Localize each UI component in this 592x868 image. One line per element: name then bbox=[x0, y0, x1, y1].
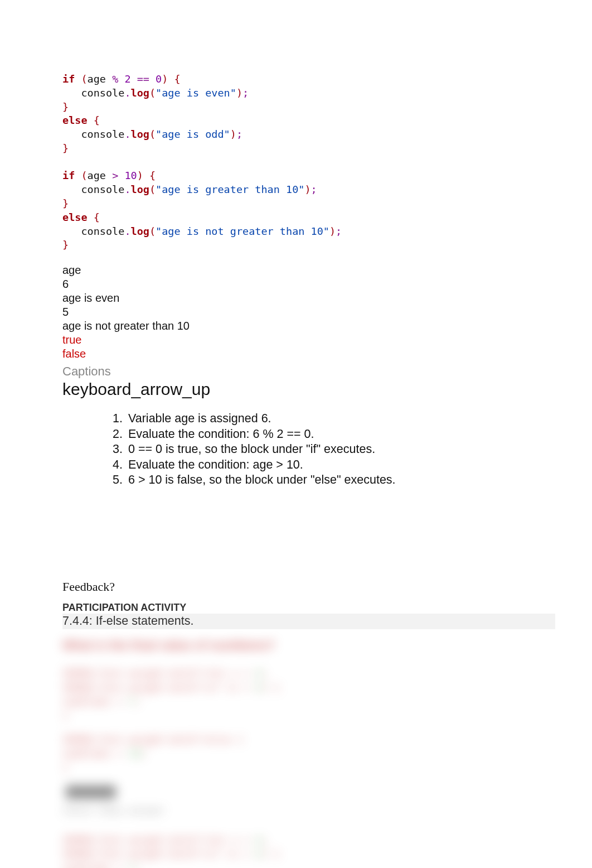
console-line: true bbox=[62, 333, 533, 347]
caption-item: 6 > 10 is false, so the block under "els… bbox=[126, 472, 533, 488]
captions-label: Captions bbox=[62, 364, 533, 379]
activity-title: 7.4.4: If-else statements. bbox=[62, 614, 555, 629]
console-line: 6 bbox=[62, 277, 533, 291]
caption-item: Evaluate the condition: age > 10. bbox=[126, 457, 533, 473]
console-line: age is even bbox=[62, 291, 533, 305]
console-line: false bbox=[62, 347, 533, 361]
blurred-input-row bbox=[62, 785, 533, 799]
console-line: 5 bbox=[62, 305, 533, 319]
console-line: age is not greater than 10 bbox=[62, 319, 533, 333]
blurred-check-answer: Check Show answer bbox=[62, 803, 533, 817]
keyboard-arrow-up-icon[interactable]: keyboard_arrow_up bbox=[62, 380, 533, 399]
blurred-code-3: 50000;font-weight:bold">let x = 4;50000;… bbox=[62, 833, 533, 868]
code-block: if (age % 2 == 0) { console.log("age is … bbox=[62, 73, 533, 252]
blurred-code-2: 50000;font-weight:bold">else { numItems … bbox=[62, 732, 533, 775]
feedback-link[interactable]: Feedback? bbox=[62, 580, 533, 594]
blurred-code-1: 50000;font-weight:bold">let x = 4;50000;… bbox=[62, 666, 533, 722]
caption-item: Evaluate the condition: 6 % 2 == 0. bbox=[126, 427, 533, 442]
activity-header: PARTICIPATION ACTIVITY bbox=[62, 602, 533, 614]
console-line: age bbox=[62, 263, 533, 277]
blurred-answer-input bbox=[66, 785, 116, 799]
caption-item: 0 == 0 is true, so the block under "if" … bbox=[126, 442, 533, 457]
captions-list: Variable age is assigned 6.Evaluate the … bbox=[103, 411, 533, 488]
caption-item: Variable age is assigned 6. bbox=[126, 411, 533, 427]
blurred-content: What is the final value of numItems? 500… bbox=[62, 638, 533, 868]
console-output: age6age is even5age is not greater than … bbox=[62, 263, 533, 361]
blurred-question: What is the final value of numItems? bbox=[62, 638, 533, 653]
